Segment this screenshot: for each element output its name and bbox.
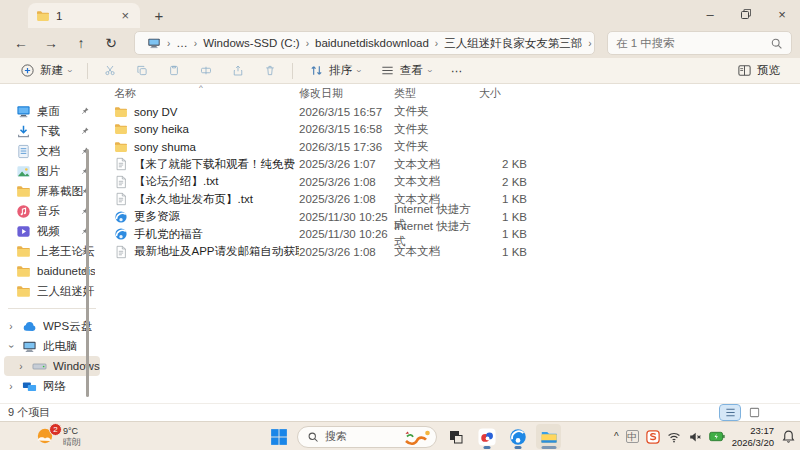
- status-bar: 9 个项目: [0, 403, 800, 421]
- breadcrumb-item[interactable]: baidunetdiskdownload: [311, 37, 433, 49]
- copy-icon: [136, 63, 148, 78]
- back-button[interactable]: ←: [8, 31, 34, 55]
- netdisk-app-icon: [478, 428, 496, 446]
- weather-badge: 2: [49, 423, 62, 436]
- this-pc-icon[interactable]: [143, 36, 165, 50]
- tab-close-icon[interactable]: ×: [118, 9, 132, 22]
- file-size: 1 KB: [479, 228, 527, 240]
- folder-icon: [114, 122, 128, 136]
- file-name: 最新地址及APP请发邮箱自动获取！！！.txt: [114, 244, 299, 259]
- tray-time: 23:17: [732, 425, 774, 437]
- tray-expand-icon[interactable]: ^: [614, 431, 619, 442]
- file-size: 2 KB: [479, 158, 527, 170]
- taskbar-center: 搜索: [266, 422, 561, 450]
- navigation-pane: 桌面下载文档图片屏幕截图音乐视频上老王论坛当baidunetdisk三人组迷奸良…: [0, 84, 104, 403]
- cut-button[interactable]: [96, 60, 124, 82]
- breadcrumb-chevron-icon: ›: [192, 38, 199, 49]
- wifi-icon[interactable]: [667, 430, 681, 444]
- sidebar-item[interactable]: 桌面: [0, 101, 104, 121]
- delete-button[interactable]: [256, 60, 284, 82]
- breadcrumb-item[interactable]: 1: [594, 37, 595, 49]
- taskbar-app-netdisk[interactable]: [474, 424, 499, 449]
- breadcrumb[interactable]: ›…›Windows-SSD (C:)›baidunetdiskdownload…: [134, 31, 595, 55]
- windows-logo-icon: [270, 428, 288, 446]
- clock[interactable]: 23:17 2026/3/20: [732, 425, 774, 449]
- new-button[interactable]: 新建›: [12, 60, 79, 82]
- minimize-button[interactable]: –: [692, 0, 728, 28]
- file-row[interactable]: 【论坛介绍】.txt2025/3/26 1:08文本文档2 KB: [104, 173, 800, 191]
- maximize-button[interactable]: [728, 0, 764, 28]
- notifications-bell-icon[interactable]: [781, 429, 796, 444]
- breadcrumb-overflow[interactable]: …: [172, 37, 192, 49]
- forward-button[interactable]: →: [38, 31, 64, 55]
- tab-1[interactable]: 1 ×: [28, 3, 140, 28]
- view-button[interactable]: 查看›: [372, 60, 439, 82]
- weather-condition: 晴朗: [63, 437, 81, 448]
- taskbar-app-browser[interactable]: [505, 424, 530, 449]
- file-type: 文本文档: [394, 157, 479, 172]
- search-input[interactable]: [616, 37, 770, 49]
- text-icon: [114, 157, 128, 171]
- file-type: 文件夹: [394, 104, 479, 119]
- details-view-toggle[interactable]: [720, 405, 740, 420]
- chevron-down-icon: ›: [65, 69, 75, 72]
- tray-date: 2026/3/20: [732, 437, 774, 449]
- tree-expand-icon[interactable]: ›: [16, 361, 26, 372]
- preview-button[interactable]: 预览: [729, 60, 788, 82]
- file-size: 1 KB: [479, 246, 527, 258]
- weather-widget[interactable]: 2 9°C 晴朗: [34, 424, 81, 449]
- close-button[interactable]: ×: [764, 0, 800, 28]
- view-icon: [380, 63, 395, 78]
- rename-button[interactable]: [192, 60, 220, 82]
- folder-icon: [36, 9, 50, 23]
- drive-icon: [32, 359, 47, 374]
- column-header-size[interactable]: 大小: [479, 86, 527, 101]
- column-header-type[interactable]: 类型: [394, 86, 479, 101]
- chevron-down-icon: ›: [354, 69, 364, 72]
- tree-expand-icon[interactable]: ›: [6, 341, 17, 351]
- doc-icon: [16, 144, 31, 159]
- start-button[interactable]: [266, 424, 291, 449]
- sogou-input-icon[interactable]: [646, 430, 660, 444]
- picture-icon: [16, 164, 31, 179]
- taskbar-app-explorer[interactable]: [536, 424, 561, 449]
- file-row[interactable]: sony heika2026/3/15 16:58文件夹: [104, 121, 800, 139]
- copy-button[interactable]: [128, 60, 156, 82]
- new-tab-button[interactable]: +: [148, 4, 170, 26]
- column-header-date[interactable]: 修改日期: [299, 86, 394, 101]
- file-explorer-icon: [540, 428, 558, 446]
- file-row[interactable]: 手机党的福音2025/11/30 10:26Internet 快捷方式1 KB: [104, 226, 800, 244]
- share-button[interactable]: [224, 60, 252, 82]
- sidebar-item[interactable]: 下载: [0, 121, 104, 141]
- more-options-button[interactable]: ⋯: [443, 60, 471, 82]
- file-row[interactable]: sony shuma2026/3/15 17:36文件夹: [104, 138, 800, 156]
- text-icon: [114, 192, 128, 206]
- file-row[interactable]: 最新地址及APP请发邮箱自动获取！！！.txt2025/3/26 1:08文本文…: [104, 243, 800, 261]
- search-box[interactable]: [607, 31, 792, 55]
- file-row[interactable]: 【来了就能下载和观看！纯免费！】.txt2025/3/26 1:07文本文档2 …: [104, 156, 800, 174]
- icons-view-toggle[interactable]: [744, 405, 764, 420]
- ime-language-icon[interactable]: 中: [626, 430, 639, 443]
- up-button[interactable]: ↑: [68, 31, 94, 55]
- file-date: 2025/3/26 1:08: [299, 176, 394, 188]
- folder-icon: [114, 140, 128, 154]
- volume-muted-icon[interactable]: [688, 430, 702, 444]
- refresh-button[interactable]: ↻: [98, 31, 124, 55]
- breadcrumb-item[interactable]: 三人组迷奸良家女友第三部: [440, 36, 586, 51]
- paste-button[interactable]: [160, 60, 188, 82]
- sort-button[interactable]: 排序›: [301, 60, 368, 82]
- breadcrumb-item[interactable]: Windows-SSD (C:): [199, 37, 303, 49]
- file-date: 2026/3/15 16:57: [299, 106, 394, 118]
- tree-expand-icon[interactable]: ›: [6, 381, 16, 392]
- sidebar-item-label: 网络: [43, 379, 66, 394]
- sidebar-scrollbar[interactable]: [86, 149, 89, 397]
- column-header-name[interactable]: 名称: [114, 86, 299, 101]
- weather-sun-icon: 2: [34, 426, 56, 448]
- file-row[interactable]: sony DV2026/3/15 16:57文件夹: [104, 103, 800, 121]
- tree-expand-icon[interactable]: ›: [6, 321, 16, 332]
- taskbar-search-box[interactable]: 搜索: [297, 426, 437, 448]
- breadcrumb-chevron-icon: ›: [165, 38, 172, 49]
- task-view-button[interactable]: [443, 424, 468, 449]
- system-tray: ^ 中 23:17 2026/3/20: [614, 422, 796, 450]
- battery-icon[interactable]: [709, 431, 725, 442]
